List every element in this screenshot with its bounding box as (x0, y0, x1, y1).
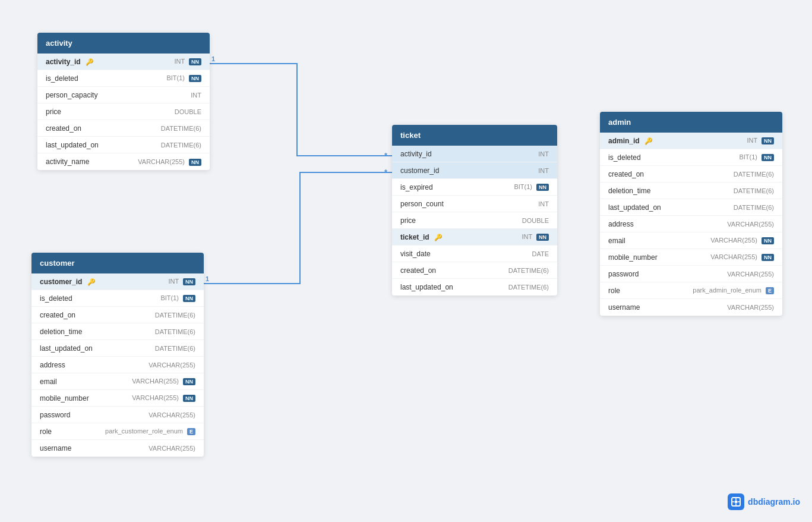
table-row: is_deleted BIT(1) NN (600, 149, 782, 166)
conn-label-star2: * (384, 168, 388, 177)
key-icon: 🔑 (87, 278, 96, 286)
key-icon: 🔑 (86, 58, 94, 66)
table-ticket[interactable]: ticket activity_id INT customer_id INT i… (392, 125, 557, 295)
table-row: username VARCHAR(255) (31, 440, 204, 457)
canvas: 1 * 1 * activity activity_id 🔑 INT NN is… (0, 0, 812, 522)
table-row: username VARCHAR(255) (600, 299, 782, 316)
table-row: password VARCHAR(255) (600, 266, 782, 282)
table-row: last_updated_on DATETIME(6) (37, 137, 210, 153)
table-row: created_on DATETIME(6) (37, 120, 210, 137)
table-row: role park_admin_role_enum E (600, 282, 782, 299)
table-row: is_deleted BIT(1) NN (37, 70, 210, 87)
logo-icon (728, 493, 744, 510)
connector-activity-ticket (210, 64, 392, 156)
table-row: customer_id INT (392, 162, 557, 179)
connector-customer-ticket (204, 172, 392, 284)
table-row: email VARCHAR(255) NN (600, 232, 782, 249)
table-row: person_capacity INT (37, 87, 210, 103)
table-row: activity_id 🔑 INT NN (37, 54, 210, 70)
table-row: last_updated_on DATETIME(6) (392, 279, 557, 295)
logo: dbdiagram.io (728, 493, 800, 510)
table-activity-header: activity (37, 33, 210, 54)
table-row: mobile_number VARCHAR(255) NN (31, 390, 204, 407)
table-row: created_on DATETIME(6) (600, 166, 782, 183)
table-row: deletion_time DATETIME(6) (31, 323, 204, 340)
table-admin-header: admin (600, 112, 782, 133)
table-row: email VARCHAR(255) NN (31, 373, 204, 390)
svg-point-1 (735, 501, 738, 504)
table-row: customer_id 🔑 INT NN (31, 273, 204, 290)
table-row: visit_date DATE (392, 246, 557, 262)
table-customer-header: customer (31, 253, 204, 273)
conn-label-1: 1 (211, 55, 215, 62)
table-row: is_deleted BIT(1) NN (31, 290, 204, 307)
table-row: person_count INT (392, 196, 557, 212)
table-row: mobile_number VARCHAR(255) NN (600, 249, 782, 266)
table-row: ticket_id 🔑 INT NN (392, 229, 557, 246)
table-row: price DOUBLE (37, 103, 210, 120)
table-row: created_on DATETIME(6) (392, 262, 557, 279)
table-ticket-header: ticket (392, 125, 557, 146)
key-icon: 🔑 (434, 234, 443, 241)
table-row: last_updated_on DATETIME(6) (600, 199, 782, 216)
table-row: deletion_time DATETIME(6) (600, 183, 782, 199)
table-row: address VARCHAR(255) (600, 216, 782, 232)
key-icon: 🔑 (644, 137, 653, 145)
table-admin[interactable]: admin admin_id 🔑 INT NN is_deleted BIT(1… (600, 112, 782, 316)
table-row: is_expired BIT(1) NN (392, 179, 557, 196)
table-row: activity_name VARCHAR(255) NN (37, 153, 210, 170)
table-row: address VARCHAR(255) (31, 357, 204, 373)
table-row: admin_id 🔑 INT NN (600, 133, 782, 149)
table-activity[interactable]: activity activity_id 🔑 INT NN is_deleted… (37, 33, 210, 170)
logo-text: dbdiagram.io (748, 497, 800, 507)
conn-label-2: 1 (206, 275, 209, 282)
table-row: password VARCHAR(255) (31, 407, 204, 423)
table-row: created_on DATETIME(6) (31, 307, 204, 323)
table-row: role park_customer_role_enum E (31, 423, 204, 440)
table-row: price DOUBLE (392, 212, 557, 229)
table-row: activity_id INT (392, 146, 557, 162)
conn-label-star1: * (384, 151, 388, 160)
table-customer[interactable]: customer customer_id 🔑 INT NN is_deleted… (31, 253, 204, 457)
table-row: last_updated_on DATETIME(6) (31, 340, 204, 357)
